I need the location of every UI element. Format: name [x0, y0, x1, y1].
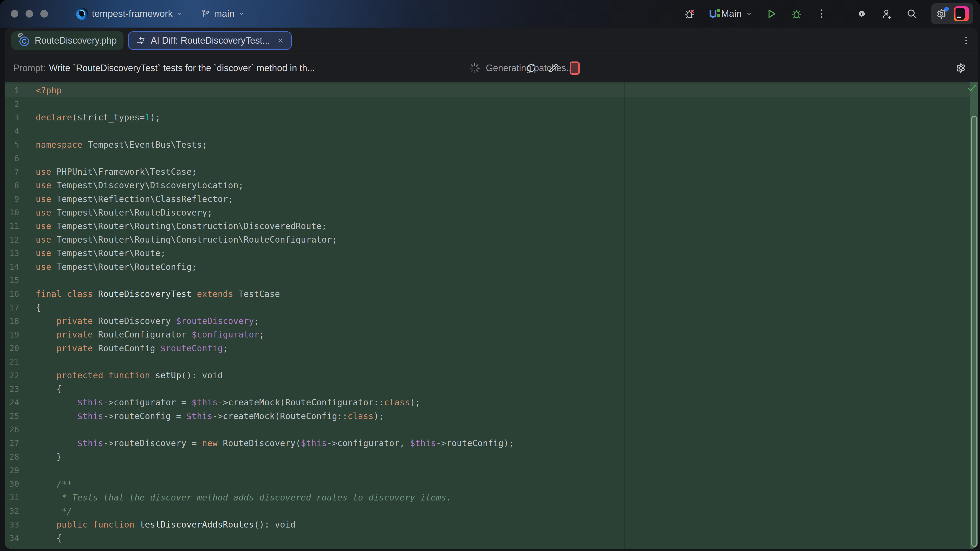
code-line[interactable]: 18 private RouteDiscovery $routeDiscover…	[5, 314, 978, 328]
title-bar: tempest-framework main U Main	[0, 0, 980, 27]
code-text: final class RouteDiscoveryTest extends T…	[29, 289, 280, 299]
code-text: $this->configurator = $this->createMock(…	[29, 397, 420, 407]
code-text: use Tempest\Router\RouteConfig;	[29, 262, 197, 272]
prompt-text: Write `RouteDiscoveryTest` tests for the…	[49, 63, 315, 73]
code-text: use Tempest\Router\RouteDiscovery;	[29, 208, 213, 218]
code-line[interactable]: 6	[5, 151, 978, 165]
window-controls[interactable]	[11, 10, 48, 17]
code-line[interactable]: 3declare(strict_types=1);	[5, 111, 978, 124]
regenerate-icon[interactable]	[525, 62, 537, 74]
editor-island: C RouteDiscovery.php AI Diff: RouteDisco…	[5, 27, 978, 549]
code-line[interactable]: 24 $this->configurator = $this->createMo…	[5, 395, 978, 409]
line-number: 13	[5, 248, 29, 258]
project-name: tempest-framework	[92, 8, 173, 19]
inspections-ok-check-icon[interactable]	[966, 83, 977, 94]
code-text: use PHPUnit\Framework\TestCase;	[29, 167, 197, 177]
phpunit-icon: U	[709, 8, 717, 19]
code-line[interactable]: 28 }	[5, 450, 978, 464]
code-line[interactable]: 25 $this->routeConfig = $this->createMoc…	[5, 410, 978, 423]
code-line[interactable]: 5namespace Tempest\EventBus\Tests;	[5, 138, 978, 151]
settings-notification-dot	[944, 7, 949, 11]
code-line[interactable]: 34 {	[5, 531, 978, 545]
line-number: 10	[5, 208, 29, 218]
code-line[interactable]: 32 */	[5, 504, 978, 518]
run-configuration-name: Main	[721, 8, 741, 19]
chevron-down-icon	[746, 11, 752, 17]
code-line[interactable]: 15	[5, 274, 978, 287]
code-line[interactable]: 8use Tempest\Discovery\DiscoveryLocation…	[5, 179, 978, 192]
more-actions-kebab-icon[interactable]	[816, 8, 827, 20]
code-with-me-icon[interactable]	[881, 8, 893, 20]
code-text: */	[29, 506, 72, 516]
code-line[interactable]: 11use Tempest\Router\Routing\Constructio…	[5, 219, 978, 233]
scrollbar-thumb[interactable]	[971, 116, 977, 547]
close-icon[interactable]	[277, 37, 284, 44]
code-text: /**	[29, 479, 72, 489]
line-number: 19	[5, 330, 29, 340]
ai-assistant-icon[interactable]	[856, 8, 868, 20]
code-line[interactable]: 17{	[5, 301, 978, 314]
line-number: 18	[5, 316, 29, 326]
code-line[interactable]: 31 * Tests that the discover method adds…	[5, 491, 978, 504]
chevron-down-icon	[177, 11, 183, 17]
line-number: 9	[5, 194, 29, 204]
settings-button[interactable]	[935, 8, 947, 20]
tab-route-discovery[interactable]: C RouteDiscovery.php	[11, 32, 124, 50]
code-line[interactable]: 21	[5, 355, 978, 368]
code-text: private RouteConfigurator $configurator;	[29, 330, 264, 340]
ai-diff-icon	[135, 35, 146, 46]
code-line[interactable]: 9use Tempest\Reflection\ClassReflector;	[5, 192, 978, 206]
line-number: 2	[5, 99, 29, 109]
code-line[interactable]: 20 private RouteConfig $routeConfig;	[5, 341, 978, 355]
line-number: 16	[5, 289, 29, 299]
code-line[interactable]: 1<?php	[5, 84, 978, 97]
mute-breakpoints-icon[interactable]	[684, 8, 696, 20]
branch-widget[interactable]: main	[201, 8, 245, 19]
code-line[interactable]: 27 $this->routeDiscovery = new RouteDisc…	[5, 437, 978, 450]
code-line[interactable]: 26	[5, 423, 978, 437]
settings-profile-group	[931, 3, 974, 24]
debug-button[interactable]	[791, 8, 802, 20]
line-number: 4	[5, 126, 29, 136]
project-widget[interactable]: tempest-framework	[76, 8, 183, 20]
code-line[interactable]: 16final class RouteDiscoveryTest extends…	[5, 287, 978, 301]
code-line[interactable]: 14use Tempest\Router\RouteConfig;	[5, 260, 978, 273]
profile-avatar[interactable]	[954, 6, 969, 21]
run-configuration-widget[interactable]: U Main	[709, 8, 752, 19]
code-line[interactable]: 2	[5, 97, 978, 111]
window-close-button[interactable]	[11, 10, 18, 17]
window-minimize-button[interactable]	[25, 10, 33, 17]
line-number: 14	[5, 262, 29, 272]
code-line[interactable]: 12use Tempest\Router\Routing\Constructio…	[5, 233, 978, 246]
diff-settings-gear-icon[interactable]	[955, 62, 967, 74]
line-number: 34	[5, 534, 29, 543]
code-text: {	[29, 303, 41, 313]
code-line[interactable]: 4	[5, 124, 978, 138]
run-button[interactable]	[765, 8, 777, 20]
code-line[interactable]: 29	[5, 464, 978, 477]
code-line[interactable]: 13use Tempest\Router\Route;	[5, 246, 978, 260]
tab-ai-diff[interactable]: AI Diff: RouteDiscoveryTest...	[128, 32, 292, 50]
code-line[interactable]: 22 protected function setUp(): void	[5, 368, 978, 382]
code-line[interactable]: 33 public function testDiscoverAddsRoute…	[5, 518, 978, 531]
search-everywhere-icon[interactable]	[906, 8, 918, 20]
code-line[interactable]: 23 {	[5, 382, 978, 395]
tab-label: AI Diff: RouteDiscoveryTest...	[151, 35, 270, 46]
line-number: 28	[5, 452, 29, 462]
edit-prompt-pencil-icon[interactable]	[548, 62, 559, 74]
code-line[interactable]: 30 /**	[5, 477, 978, 491]
code-editor[interactable]: 1<?php23declare(strict_types=1);45namesp…	[5, 82, 978, 549]
line-number: 25	[5, 411, 29, 421]
window-zoom-button[interactable]	[40, 10, 48, 17]
code-text: * Tests that the discover method adds di…	[29, 492, 452, 503]
line-number: 7	[5, 167, 29, 177]
code-text: {	[29, 533, 62, 543]
code-line[interactable]: 7use PHPUnit\Framework\TestCase;	[5, 165, 978, 179]
stop-generation-button[interactable]	[570, 62, 580, 75]
editor-scrollbar[interactable]	[970, 82, 978, 549]
code-line[interactable]: 19 private RouteConfigurator $configurat…	[5, 328, 978, 341]
code-line[interactable]: 10use Tempest\Router\RouteDiscovery;	[5, 206, 978, 219]
code-text: <?php	[29, 86, 62, 95]
tab-options-kebab-icon[interactable]	[961, 35, 971, 46]
code-text: protected function setUp(): void	[29, 370, 223, 380]
